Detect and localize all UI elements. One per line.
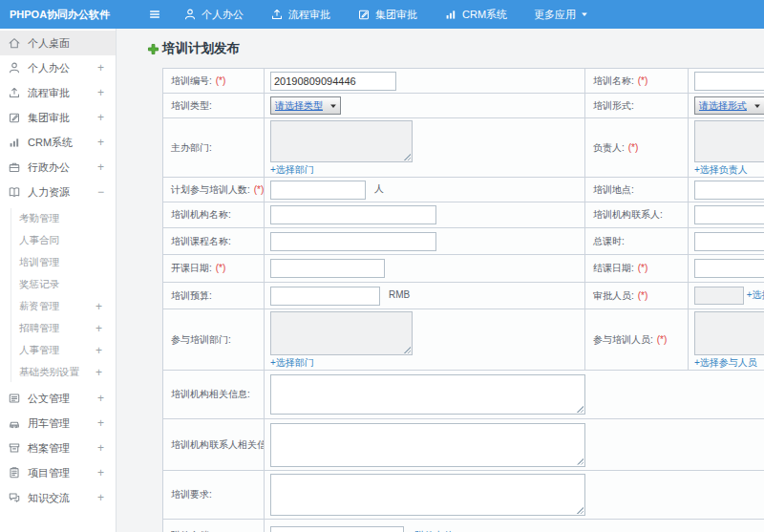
sidebar: 个人桌面 个人办公 + 流程审批 + 集团审批 + CRM系统 + 行政办公 +…: [0, 29, 117, 532]
sidebar-item-recruit-mgmt[interactable]: 招聘管理 +: [0, 317, 116, 339]
sidebar-item-admin-office[interactable]: 行政办公 +: [0, 155, 116, 180]
select-dept-link[interactable]: +选择部门: [270, 358, 314, 368]
sidebar-item-base-category-settings[interactable]: 基础类别设置 +: [0, 361, 116, 383]
collapse-icon[interactable]: −: [97, 186, 104, 198]
expand-icon[interactable]: +: [97, 442, 104, 454]
expand-icon[interactable]: +: [97, 62, 104, 74]
sidebar-item-personal-office[interactable]: 个人办公 +: [0, 55, 116, 80]
location-input[interactable]: [694, 181, 764, 200]
nav-label: CRM系统: [462, 8, 507, 22]
host-dept-box[interactable]: [270, 120, 413, 162]
expand-icon[interactable]: +: [97, 87, 104, 98]
expand-icon[interactable]: +: [97, 492, 104, 503]
nav-workflow-approval[interactable]: 流程审批: [270, 8, 330, 22]
requirement-textarea[interactable]: [270, 474, 585, 516]
select-leader-link[interactable]: +选择负责人: [694, 165, 748, 175]
select-dept-link[interactable]: +选择部门: [270, 165, 314, 175]
sidebar-item-vehicle-mgmt[interactable]: 用车管理 +: [0, 411, 116, 436]
book-icon: [8, 185, 21, 199]
sidebar-item-label: 流程审批: [28, 86, 70, 100]
join-people-box[interactable]: [694, 311, 764, 355]
sidebar-item-crm-system[interactable]: CRM系统 +: [0, 130, 116, 155]
expand-icon[interactable]: +: [96, 367, 102, 378]
sidebar-item-attendance-mgmt[interactable]: 考勤管理: [0, 207, 116, 229]
nav-more-apps[interactable]: 更多应用: [534, 8, 588, 22]
label-end-date: 结课日期:(*): [585, 255, 689, 283]
sidebar-item-label: 集团审批: [28, 111, 70, 125]
budget-input[interactable]: [270, 287, 380, 306]
sidebar-item-label: 个人桌面: [28, 36, 70, 51]
training-name-input[interactable]: [694, 72, 764, 91]
label-course-name: 培训课程名称:: [163, 228, 265, 255]
expand-icon[interactable]: +: [97, 417, 104, 429]
edit-icon: [8, 111, 21, 124]
caret-down-icon: [329, 102, 337, 110]
sidebar-item-knowledge-exchange[interactable]: 知识交流 +: [0, 485, 116, 510]
expand-icon[interactable]: +: [96, 301, 102, 312]
sidebar-item-archive-mgmt[interactable]: 档案管理 +: [0, 436, 116, 460]
form-row: 开课日期:(*) 结课日期:(*): [163, 255, 764, 283]
user-icon: [8, 61, 21, 74]
expand-icon[interactable]: +: [97, 137, 104, 148]
course-name-input[interactable]: [270, 232, 436, 251]
total-hours-input[interactable]: [694, 232, 764, 251]
form-row: 培训课程名称: 总课时:: [163, 228, 764, 255]
training-type-select[interactable]: 请选择类型: [270, 96, 341, 115]
form-row: 主办部门: +选择部门 负责人:(*) +选择负责人: [163, 118, 764, 178]
sidebar-item-personnel-mgmt[interactable]: 人事管理 +: [0, 339, 116, 361]
sidebar-item-training-mgmt[interactable]: 培训管理: [0, 251, 116, 273]
sidebar-item-label: 薪资管理: [19, 300, 59, 313]
label-org-info: 培训机构相关信息:: [163, 371, 265, 419]
sidebar-item-personal-desktop[interactable]: 个人桌面: [0, 31, 116, 55]
training-no-input[interactable]: [270, 72, 396, 91]
org-info-textarea[interactable]: [270, 374, 585, 415]
chat-icon: [8, 491, 21, 504]
attachment-input[interactable]: [270, 526, 404, 532]
expand-icon[interactable]: +: [97, 393, 104, 404]
form-row: 参与培训部门: +选择部门 参与培训人员:(*) +选择参与人员: [163, 309, 764, 371]
label-org-contact: 培训机构联系人:: [585, 202, 689, 228]
org-contact-input[interactable]: [694, 205, 764, 224]
unit-suffix: 人: [374, 183, 384, 194]
sidebar-item-document-mgmt[interactable]: 公文管理 +: [0, 386, 116, 411]
expand-icon[interactable]: +: [97, 467, 104, 479]
label-training-no: 培训编号:(*): [163, 69, 265, 94]
sidebar-item-reward-punishment[interactable]: 奖惩记录: [0, 273, 116, 295]
expand-icon[interactable]: +: [96, 323, 102, 334]
sidebar-item-salary-mgmt[interactable]: 薪资管理 +: [0, 295, 116, 317]
hamburger-icon: [148, 8, 161, 21]
join-dept-box[interactable]: [270, 311, 413, 355]
sidebar-item-hr-contract[interactable]: 人事合同: [0, 229, 116, 251]
org-contact-info-textarea[interactable]: [270, 423, 585, 467]
required-mark: (*): [216, 75, 226, 86]
sidebar-item-human-resources[interactable]: 人力资源 −: [0, 180, 116, 204]
expand-icon[interactable]: +: [96, 345, 102, 356]
nav-crm-system[interactable]: CRM系统: [444, 8, 507, 22]
start-date-input[interactable]: [270, 259, 385, 278]
label-training-name: 培训名称:(*): [585, 69, 689, 94]
sidebar-item-project-mgmt[interactable]: 项目管理 +: [0, 460, 116, 485]
main-content: 培训计划发布 培训编号:(*) 培训名称:(*) 培训类型: 请选择类型 培训形…: [117, 29, 764, 532]
plan-count-input[interactable]: [270, 181, 366, 200]
menu-toggle-button[interactable]: [145, 5, 164, 24]
expand-icon[interactable]: +: [97, 161, 104, 173]
sidebar-item-label: 用车管理: [28, 416, 70, 431]
label-host-dept: 主办部门:: [163, 118, 265, 178]
clipboard-icon: [8, 466, 21, 479]
end-date-input[interactable]: [694, 259, 764, 278]
nav-group-approval[interactable]: 集团审批: [357, 8, 417, 22]
sidebar-item-group-approval[interactable]: 集团审批 +: [0, 105, 116, 130]
select-join-people-link[interactable]: +选择参与人员: [694, 358, 757, 368]
leader-box[interactable]: [694, 120, 764, 162]
sidebar-item-workflow-approval[interactable]: 流程审批 +: [0, 80, 116, 105]
approver-box[interactable]: [694, 287, 744, 305]
nav-label: 更多应用: [534, 8, 576, 22]
training-form-select[interactable]: 请选择形式: [694, 96, 764, 115]
select-approver-link[interactable]: +选择审批人员: [747, 289, 764, 300]
training-plan-form: 培训编号:(*) 培训名称:(*) 培训类型: 请选择类型 培训形式: 请选择形…: [162, 68, 764, 532]
nav-personal-office[interactable]: 个人办公: [183, 8, 244, 22]
label-join-dept: 参与培训部门:: [163, 309, 265, 371]
label-requirement: 培训要求:: [163, 471, 265, 520]
expand-icon[interactable]: +: [97, 112, 104, 123]
org-name-input[interactable]: [270, 205, 436, 224]
